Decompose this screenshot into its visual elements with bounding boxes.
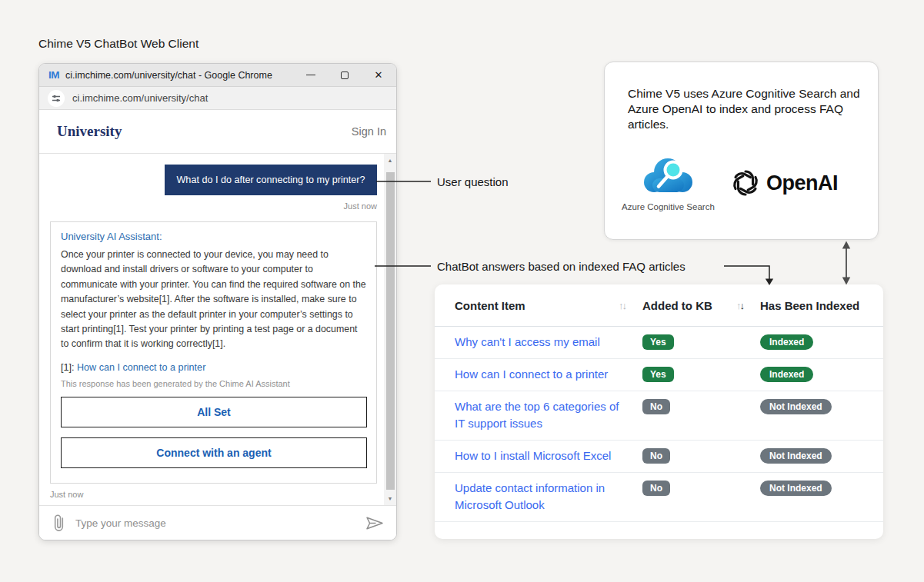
- ai-disclaimer: This response has been generated by the …: [61, 379, 367, 388]
- attachment-icon[interactable]: [53, 514, 65, 532]
- column-label: Has Been Indexed: [760, 299, 859, 312]
- university-brand: University: [57, 123, 122, 140]
- added-to-kb-badge: No: [642, 448, 670, 464]
- info-card-text: Chime V5 uses Azure Cognitive Search and…: [628, 86, 865, 132]
- citation-line: [1]: How can I connect to a printer: [61, 362, 367, 373]
- bot-message-timestamp: Just now: [50, 490, 377, 499]
- annotation-user-question: User question: [437, 175, 509, 188]
- added-to-kb-badge: No: [642, 481, 670, 496]
- chat-scrollbar[interactable]: ▲ ▼: [384, 154, 396, 505]
- table-row: Why can't I access my emailYesIndexed: [435, 327, 883, 359]
- indexed-status-badge: Not Indexed: [760, 399, 832, 414]
- user-message-bubble: What do I do after connecting to my prin…: [165, 165, 377, 195]
- table-row: What are the top 6 categories of IT supp…: [435, 391, 883, 441]
- column-label: Added to KB: [642, 299, 712, 312]
- table-row: Update contact information in Microsoft …: [435, 473, 883, 522]
- column-added-to-kb: Added to KB ↑↓: [642, 299, 760, 312]
- maximize-button[interactable]: [339, 70, 350, 81]
- chat-message-area: What do I do after connecting to my prin…: [39, 154, 396, 505]
- indexed-status-badge: Not Indexed: [760, 481, 832, 496]
- bot-message-card: University AI Assistant: Once your print…: [50, 221, 377, 484]
- message-input[interactable]: [75, 517, 355, 529]
- content-item-link[interactable]: How to I install Microsoft Excel: [455, 447, 611, 464]
- column-label: Content Item: [455, 299, 525, 312]
- user-message-timestamp: Just now: [165, 201, 377, 211]
- table-header-row: Content Item ↑↓ Added to KB ↑↓ Has Been …: [435, 284, 883, 327]
- content-item-link[interactable]: What are the top 6 categories of IT supp…: [455, 398, 630, 432]
- bot-sender-label: University AI Assistant:: [61, 231, 367, 242]
- address-bar: ci.imchime.com/university/chat: [39, 87, 396, 110]
- browser-titlebar: IM ci.imchime.com/university/chat - Goog…: [39, 64, 396, 87]
- content-item-link[interactable]: Why can't I access my email: [455, 334, 600, 351]
- minimize-icon: [306, 75, 315, 76]
- azure-search-icon: [642, 155, 693, 194]
- added-to-kb-badge: Yes: [642, 367, 674, 382]
- scroll-up-icon[interactable]: ▲: [384, 158, 396, 163]
- table-body: Why can't I access my emailYesIndexedHow…: [435, 327, 883, 522]
- citation-label: [1]:: [61, 362, 75, 373]
- address-url[interactable]: ci.imchime.com/university/chat: [72, 92, 208, 104]
- content-item-link[interactable]: Update contact information in Microsoft …: [455, 480, 630, 514]
- info-card: Chime V5 uses Azure Cognitive Search and…: [604, 62, 879, 240]
- openai-wordmark: OpenAI: [766, 171, 838, 195]
- close-button[interactable]: ✕: [373, 70, 384, 81]
- message-composer: [39, 505, 396, 540]
- sort-icon-content-item[interactable]: ↑↓: [619, 300, 625, 311]
- sign-in-link[interactable]: Sign In: [352, 125, 386, 138]
- all-set-button[interactable]: All Set: [61, 397, 367, 427]
- table-row: How to I install Microsoft ExcelNoNot In…: [435, 441, 883, 473]
- content-item-link[interactable]: How can I connect to a printer: [455, 366, 608, 383]
- column-content-item: Content Item ↑↓: [455, 299, 642, 312]
- openai-icon: [730, 168, 761, 198]
- maximize-icon: [341, 72, 349, 79]
- table-row: How can I connect to a printerYesIndexed: [435, 359, 883, 391]
- bot-message-text: Once your printer is connected to your d…: [61, 248, 367, 352]
- indexed-status-badge: Not Indexed: [760, 448, 832, 464]
- send-icon[interactable]: [365, 516, 384, 530]
- window-title: ci.imchime.com/university/chat - Google …: [65, 70, 305, 81]
- azure-search-label: Azure Cognitive Search: [622, 202, 714, 211]
- browser-window: IM ci.imchime.com/university/chat - Goog…: [38, 63, 397, 540]
- kb-table-card: Content Item ↑↓ Added to KB ↑↓ Has Been …: [435, 284, 883, 539]
- citation-link[interactable]: How can I connect to a printer: [77, 362, 205, 373]
- annotation-chatbot-answers: ChatBot answers based on indexed FAQ art…: [437, 260, 685, 273]
- page-title: Chime V5 ChatBot Web Client: [38, 37, 198, 51]
- indexed-status-badge: Indexed: [760, 334, 813, 350]
- site-settings-icon[interactable]: [48, 90, 65, 107]
- column-has-been-indexed: Has Been Indexed: [760, 299, 868, 312]
- connect-agent-button[interactable]: Connect with an agent: [61, 437, 367, 468]
- added-to-kb-badge: Yes: [642, 334, 674, 350]
- chat-header: University Sign In: [39, 110, 396, 154]
- scrollbar-thumb[interactable]: [386, 172, 395, 490]
- indexed-status-badge: Indexed: [760, 367, 813, 382]
- bot-message-wrap: University AI Assistant: Once your print…: [50, 221, 377, 499]
- sort-icon-added-to-kb[interactable]: ↑↓: [736, 300, 743, 311]
- added-to-kb-badge: No: [642, 399, 670, 414]
- imchime-logo: IM: [48, 69, 59, 81]
- openai-logo: OpenAI: [730, 168, 838, 198]
- azure-cognitive-search-logo: Azure Cognitive Search: [622, 155, 714, 211]
- minimize-button[interactable]: [305, 70, 316, 81]
- scroll-down-icon[interactable]: ▼: [384, 496, 396, 501]
